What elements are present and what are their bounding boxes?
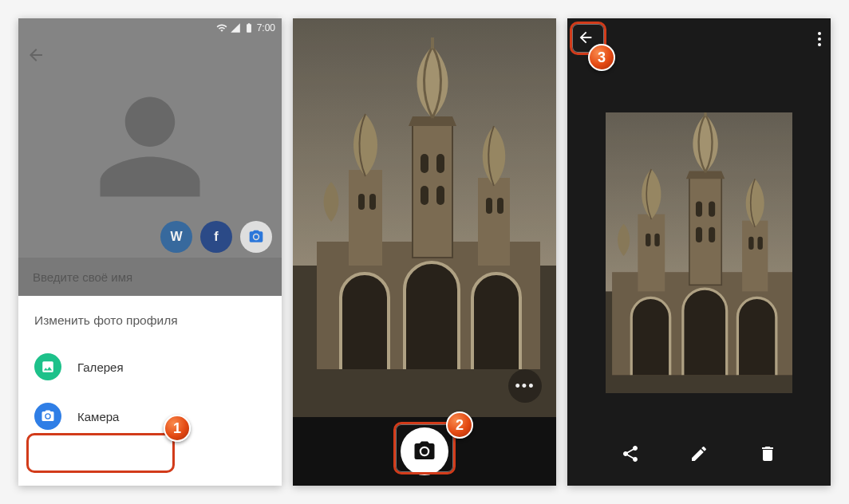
- back-button[interactable]: [577, 29, 594, 49]
- viewer-action-bar: [567, 444, 831, 467]
- option-gallery[interactable]: Галерея: [18, 342, 282, 392]
- camera-more-button[interactable]: •••: [508, 369, 542, 403]
- edit-icon: [689, 444, 709, 463]
- screen-profile-edit: 7:00 W f Введите своё имя Изменить фото …: [18, 18, 282, 486]
- badge-3: 3: [588, 44, 615, 71]
- camera-icon: [413, 439, 436, 463]
- share-button[interactable]: [621, 444, 640, 467]
- more-vertical-icon: [818, 32, 821, 46]
- camera-viewfinder: [293, 18, 556, 417]
- bottom-sheet: Изменить фото профиля Галерея Камера: [18, 296, 282, 486]
- option-camera[interactable]: Камера: [18, 392, 282, 441]
- badge-1: 1: [164, 415, 191, 442]
- trash-icon: [758, 444, 777, 463]
- more-horizontal-icon: •••: [515, 378, 535, 395]
- photo-preview: [606, 112, 792, 393]
- shutter-button[interactable]: [401, 427, 448, 475]
- option-gallery-label: Галерея: [77, 360, 124, 374]
- badge-2: 2: [446, 411, 473, 439]
- dim-overlay: [18, 18, 282, 296]
- share-icon: [621, 444, 640, 463]
- camera-option-icon: [34, 403, 61, 430]
- sheet-title: Изменить фото профиля: [18, 296, 282, 342]
- camera-bottom-bar: [293, 417, 556, 486]
- delete-button[interactable]: [758, 444, 777, 467]
- screen-camera: ••• 2: [293, 18, 556, 486]
- option-camera-label: Камера: [77, 410, 119, 423]
- gallery-icon: [34, 353, 61, 380]
- more-vertical-button[interactable]: [818, 32, 821, 46]
- edit-button[interactable]: [689, 444, 709, 467]
- screen-photo-viewer: 3: [567, 18, 831, 486]
